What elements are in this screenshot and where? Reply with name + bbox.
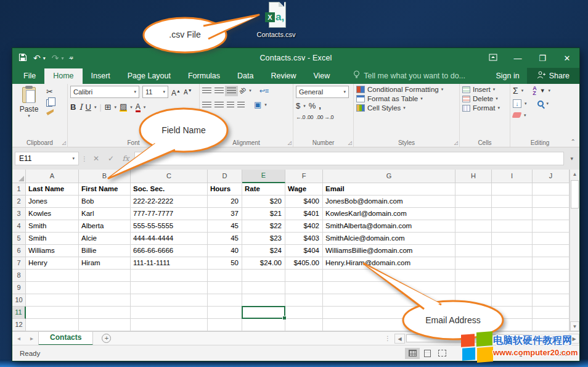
cell-E5[interactable]: $23 <box>242 233 285 245</box>
cell-H7[interactable] <box>455 257 492 270</box>
cell-B2[interactable]: Bob <box>79 196 131 208</box>
normal-view-button[interactable] <box>405 348 420 359</box>
tab-formulas[interactable]: Formulas <box>179 68 229 84</box>
cell-F3[interactable]: $401 <box>285 208 323 220</box>
wrap-text-icon[interactable]: ↩≡ <box>259 86 269 96</box>
decrease-font-icon[interactable]: A▼ <box>184 86 192 97</box>
save-icon[interactable] <box>18 53 27 63</box>
cell-D12[interactable] <box>208 319 242 331</box>
cell-A5[interactable]: Smith <box>26 233 79 245</box>
cell-C2[interactable]: 222-22-2222 <box>131 196 208 208</box>
cell-G4[interactable]: SmithAlberta@domain.com <box>323 220 455 233</box>
cell-I6[interactable] <box>492 245 533 257</box>
underline-button[interactable]: U <box>86 102 91 112</box>
cell-I4[interactable] <box>492 220 533 233</box>
cell-H11[interactable] <box>455 307 492 319</box>
cell-C6[interactable]: 666-66-6666 <box>131 245 208 257</box>
cell-D10[interactable] <box>208 294 242 307</box>
cell-G2[interactable]: JonesBob@domain.com <box>323 196 455 208</box>
cell-F4[interactable]: $402 <box>285 220 323 233</box>
fill-down-icon[interactable]: ↓ <box>513 99 521 108</box>
vertical-scroll-thumb[interactable] <box>571 180 579 208</box>
cell-I11[interactable] <box>492 307 533 319</box>
select-all-corner[interactable] <box>12 170 26 183</box>
row-header-8[interactable]: 8 <box>12 270 26 282</box>
scroll-up-icon[interactable]: ▲ <box>570 170 579 179</box>
cell-E10[interactable] <box>242 294 285 307</box>
conditional-formatting-button[interactable]: Conditional Formatting ▾ <box>356 86 457 93</box>
cell-styles-button[interactable]: Cell Styles ▾ <box>356 104 457 112</box>
cell-J2[interactable] <box>533 196 570 208</box>
cell-B4[interactable]: Alberta <box>79 220 131 233</box>
cell-G12[interactable] <box>323 319 455 331</box>
underline-caret-icon[interactable]: ▾ <box>94 105 97 110</box>
formula-input[interactable] <box>134 152 564 165</box>
tell-me-box[interactable]: Tell me what you want to do... <box>353 70 465 84</box>
cell-A9[interactable] <box>26 282 79 294</box>
cell-F9[interactable] <box>285 282 323 294</box>
styles-dialog-launcher-icon[interactable]: ◿ <box>454 140 458 146</box>
clipboard-dialog-launcher-icon[interactable]: ◿ <box>62 140 66 146</box>
orientation-caret-icon[interactable]: ▾ <box>249 88 251 93</box>
tab-review[interactable]: Review <box>262 68 304 84</box>
accounting-format-icon[interactable]: $ <box>296 101 300 111</box>
cell-H6[interactable] <box>455 245 492 257</box>
cell-E6[interactable]: $24 <box>242 245 285 257</box>
cell-C1[interactable]: Soc. Sec. <box>131 183 208 196</box>
cell-J4[interactable] <box>533 220 570 233</box>
cell-B6[interactable]: Billie <box>79 245 131 257</box>
align-center-icon[interactable] <box>214 102 224 109</box>
cell-B1[interactable]: First Name <box>79 183 131 196</box>
cell-J5[interactable] <box>533 233 570 245</box>
scroll-left-icon[interactable]: ◀ <box>394 334 405 344</box>
cell-H5[interactable] <box>455 233 492 245</box>
column-header-F[interactable]: F <box>285 170 323 183</box>
cell-B9[interactable] <box>79 282 131 294</box>
cell-F8[interactable] <box>285 270 323 282</box>
cell-D3[interactable]: 37 <box>208 208 242 220</box>
format-cells-button[interactable]: Format ▾ <box>462 104 507 112</box>
tab-view[interactable]: View <box>304 68 338 84</box>
expand-formula-bar-icon[interactable]: ▾ <box>566 155 577 162</box>
font-color-icon[interactable]: A <box>136 103 141 112</box>
cell-C11[interactable] <box>131 307 208 319</box>
cell-A2[interactable]: Jones <box>26 196 79 208</box>
cell-C3[interactable]: 777-77-7777 <box>131 208 208 220</box>
cell-I9[interactable] <box>492 282 533 294</box>
tab-home[interactable]: Home <box>44 68 82 84</box>
top-align-icon[interactable] <box>202 88 211 94</box>
font-dialog-launcher-icon[interactable]: ◿ <box>194 140 198 146</box>
page-layout-view-button[interactable] <box>420 348 435 359</box>
cell-A1[interactable]: Last Name <box>26 183 79 196</box>
cell-I10[interactable] <box>492 294 533 307</box>
row-header-1[interactable]: 1 <box>12 183 26 196</box>
name-box[interactable]: E11 ▾ <box>15 152 79 165</box>
merge-center-icon[interactable]: ▣ <box>254 100 261 110</box>
cell-G6[interactable]: WilliamsBillie@domain.com <box>323 245 455 257</box>
cell-D5[interactable]: 45 <box>208 233 242 245</box>
cell-A8[interactable] <box>26 270 79 282</box>
fill-caret-icon[interactable]: ▾ <box>525 101 527 106</box>
cell-H1[interactable] <box>455 183 492 196</box>
csv-file-icon[interactable]: X a, Contacts.csv <box>250 2 302 38</box>
cell-A3[interactable]: Kowles <box>26 208 79 220</box>
find-select-icon[interactable] <box>537 101 544 107</box>
cell-F2[interactable]: $400 <box>285 196 323 208</box>
column-header-E[interactable]: E <box>242 170 285 183</box>
increase-indent-icon[interactable] <box>237 102 245 109</box>
align-left-icon[interactable] <box>202 102 211 109</box>
cell-G8[interactable] <box>323 270 455 282</box>
row-header-5[interactable]: 5 <box>12 233 26 245</box>
cell-A7[interactable]: Henry <box>26 257 79 270</box>
cell-B12[interactable] <box>79 319 131 331</box>
find-caret-icon[interactable]: ▾ <box>547 101 549 106</box>
scroll-down-icon[interactable]: ▼ <box>570 321 579 331</box>
cell-J3[interactable] <box>533 208 570 220</box>
cell-G3[interactable]: KowlesKarl@domain.com <box>323 208 455 220</box>
cell-I12[interactable] <box>492 319 533 331</box>
column-header-I[interactable]: I <box>492 170 533 183</box>
zoom-percentage[interactable]: 100% <box>557 350 574 357</box>
column-header-B[interactable]: B <box>79 170 131 183</box>
column-header-A[interactable]: A <box>26 170 79 183</box>
cell-J12[interactable] <box>533 319 570 331</box>
